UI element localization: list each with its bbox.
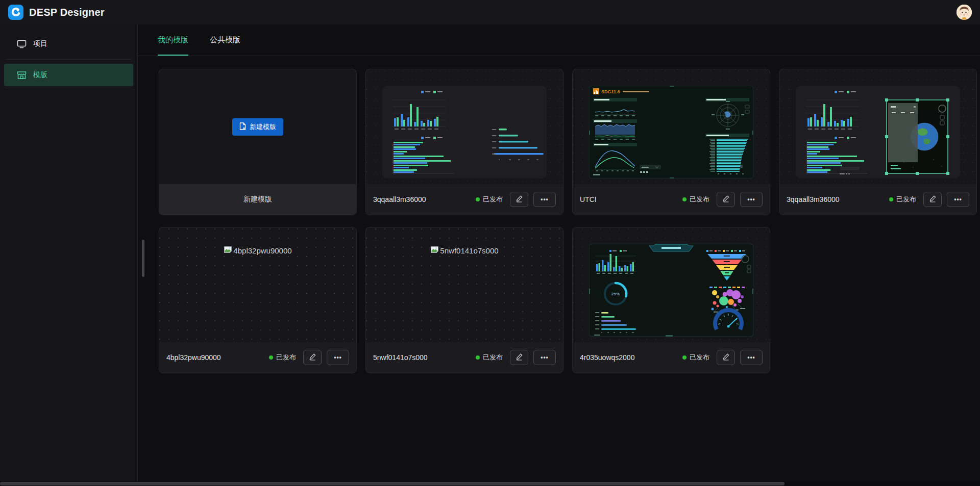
broken-image: 5nwf0141o7s000 <box>366 246 563 255</box>
broken-image-alt: 4bpl32pwu90000 <box>233 246 291 255</box>
status-dot-icon <box>476 197 480 201</box>
pencil-icon <box>516 353 523 362</box>
edit-button[interactable] <box>510 192 528 207</box>
status-badge: 已发布 <box>682 195 709 204</box>
template-title: 4r035uowqs2000 <box>580 353 677 362</box>
ellipsis-icon: ••• <box>747 354 755 361</box>
template-thumbnail[interactable] <box>779 69 976 184</box>
status-label: 已发布 <box>483 353 503 362</box>
template-thumbnail[interactable] <box>366 69 563 184</box>
template-card-footer: 4bpl32pwu90000 已发布 ••• <box>159 342 356 373</box>
edit-button[interactable] <box>923 192 942 207</box>
more-button[interactable]: ••• <box>533 350 556 365</box>
broken-image: 4bpl32pwu90000 <box>159 246 356 255</box>
status-badge: 已发布 <box>476 195 503 204</box>
app-logo-icon <box>8 5 23 20</box>
template-card: 5nwf0141o7s000 5nwf0141o7s000 已发布 ••• <box>365 227 564 373</box>
template-title: 5nwf0141o7s000 <box>373 353 471 362</box>
status-dot-icon <box>476 355 480 360</box>
pencil-icon <box>516 195 523 204</box>
user-avatar[interactable] <box>957 5 972 20</box>
broken-image-alt: 5nwf0141o7s000 <box>440 246 498 255</box>
template-card: SDG11.6 <box>572 69 770 215</box>
thumbnail-sdg-dashboard: SDG11.6 <box>589 86 753 178</box>
app-header: DESP Designer <box>0 0 980 24</box>
status-label: 已发布 <box>896 195 916 204</box>
template-grid: 新建模版 新建模版 <box>159 69 980 373</box>
status-label: 已发布 <box>690 195 709 204</box>
edit-button[interactable] <box>717 350 735 365</box>
template-card: 3qqaall3m36000 已发布 ••• <box>365 69 564 215</box>
new-template-footer-label: 新建模版 <box>159 184 356 215</box>
storefront-icon <box>16 71 27 80</box>
status-label: 已发布 <box>690 353 709 362</box>
template-card: 25% <box>572 227 770 373</box>
ellipsis-icon: ••• <box>541 196 549 203</box>
status-dot-icon <box>682 197 687 201</box>
new-template-thumbnail: 新建模版 <box>159 69 356 184</box>
more-button[interactable]: ••• <box>533 192 556 207</box>
monitor-icon <box>16 40 27 48</box>
template-title: 3qqaall3m36000 <box>787 195 884 203</box>
tab-bar: 我的模版 公共模版 <box>138 24 980 56</box>
status-label: 已发布 <box>483 195 503 204</box>
more-button[interactable]: ••• <box>740 192 763 207</box>
template-card-footer: 3qqaall3m36000 已发布 ••• <box>779 184 976 215</box>
svg-text:25%: 25% <box>611 292 620 296</box>
template-card-footer: 3qqaall3m36000 已发布 ••• <box>366 184 563 215</box>
template-card: 4bpl32pwu90000 4bpl32pwu90000 已发布 ••• <box>159 227 357 373</box>
svg-text:SDG11.6: SDG11.6 <box>601 89 620 94</box>
template-title: 4bpl32pwu90000 <box>166 353 264 362</box>
template-card-footer: 4r035uowqs2000 已发布 ••• <box>573 342 770 373</box>
horizontal-scrollbar-track <box>0 481 980 486</box>
new-template-button[interactable]: 新建模版 <box>232 118 283 136</box>
template-title: UTCI <box>580 195 677 203</box>
pencil-icon <box>309 353 316 362</box>
template-thumbnail[interactable]: 25% <box>573 227 770 342</box>
more-button[interactable]: ••• <box>327 350 349 365</box>
sidebar-divider <box>6 59 131 60</box>
template-thumbnail[interactable]: 5nwf0141o7s000 <box>366 227 563 342</box>
more-button[interactable]: ••• <box>947 192 969 207</box>
new-template-card: 新建模版 新建模版 <box>159 69 357 215</box>
pencil-icon <box>722 353 730 362</box>
template-thumbnail[interactable]: 4bpl32pwu90000 <box>159 227 356 342</box>
edit-button[interactable] <box>717 192 735 207</box>
pencil-icon <box>722 195 730 204</box>
status-dot-icon <box>682 355 687 360</box>
more-button[interactable]: ••• <box>740 350 763 365</box>
template-thumbnail[interactable]: SDG11.6 <box>573 69 770 184</box>
thumbnail-dashboard-earth <box>796 86 960 178</box>
status-label: 已发布 <box>276 353 296 362</box>
pencil-icon <box>929 195 937 204</box>
status-badge: 已发布 <box>269 353 296 362</box>
status-badge: 已发布 <box>476 353 503 362</box>
template-card-footer: 5nwf0141o7s000 已发布 ••• <box>366 342 563 373</box>
edit-button[interactable] <box>510 350 528 365</box>
broken-image-icon <box>224 246 232 255</box>
status-badge: 已发布 <box>682 353 709 362</box>
sidebar-item-label: 项目 <box>33 39 47 48</box>
status-dot-icon <box>269 355 273 360</box>
edit-button[interactable] <box>303 350 322 365</box>
app-title: DESP Designer <box>29 7 105 18</box>
thumbnail-colorful-dashboard: 25% <box>589 244 753 337</box>
status-badge: 已发布 <box>889 195 916 204</box>
vertical-scrollbar-thumb[interactable] <box>142 240 144 277</box>
horizontal-scrollbar-thumb[interactable] <box>0 482 785 485</box>
tab-my-templates[interactable]: 我的模版 <box>158 24 188 56</box>
tab-public-templates[interactable]: 公共模版 <box>210 24 240 56</box>
status-dot-icon <box>889 197 893 201</box>
ellipsis-icon: ••• <box>334 354 342 361</box>
main-content: 我的模版 公共模版 新建模版 新建模版 <box>138 24 980 486</box>
sidebar: 项目 模版 <box>0 24 138 481</box>
sidebar-item-label: 模版 <box>33 70 47 80</box>
template-card: 3qqaall3m36000 已发布 ••• <box>779 69 977 215</box>
new-document-icon <box>239 122 246 132</box>
ellipsis-icon: ••• <box>541 354 549 361</box>
sidebar-item-templates[interactable]: 模版 <box>4 64 133 86</box>
template-card-footer: UTCI 已发布 ••• <box>573 184 770 215</box>
sidebar-item-projects[interactable]: 项目 <box>0 33 137 55</box>
ellipsis-icon: ••• <box>747 196 755 203</box>
broken-image-icon <box>430 246 439 255</box>
